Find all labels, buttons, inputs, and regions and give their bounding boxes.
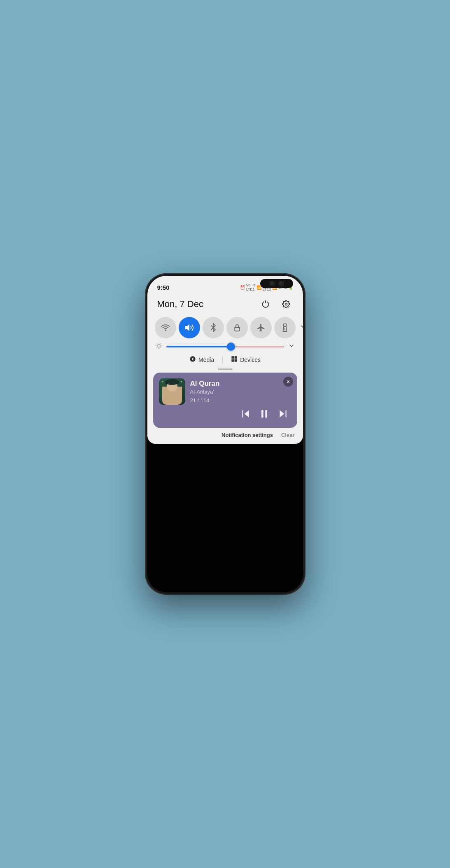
svg-point-0: [285, 303, 287, 305]
brightness-icon: [156, 343, 162, 351]
wifi-toggle[interactable]: [155, 317, 176, 338]
brightness-expand[interactable]: [288, 343, 295, 351]
brightness-slider[interactable]: [166, 346, 284, 347]
sound-toggle[interactable]: [179, 317, 200, 338]
status-time: 9:50: [157, 284, 170, 291]
svg-rect-17: [235, 356, 237, 359]
svg-line-9: [161, 347, 161, 348]
camera-lens-2: [278, 281, 284, 286]
screen-off-area: [147, 490, 303, 592]
media-button[interactable]: Media: [189, 356, 214, 364]
media-controls: [159, 408, 291, 422]
media-play-icon: [189, 356, 196, 364]
flashlight-toggle[interactable]: [274, 317, 296, 338]
pause-button[interactable]: [259, 408, 270, 422]
media-close-button[interactable]: [283, 377, 293, 387]
media-title: Al Quran: [190, 380, 291, 388]
svg-line-12: [156, 347, 157, 348]
media-thumbnail: ✦ ✦: [159, 378, 185, 405]
camera-lens-1: [269, 281, 275, 286]
quick-toggles-row: [147, 315, 303, 340]
svg-rect-3: [235, 327, 240, 331]
svg-rect-24: [261, 410, 263, 418]
bluetooth-toggle[interactable]: [203, 317, 224, 338]
devices-grid-icon: [231, 356, 238, 364]
media-subtitle: Al-Anbiya': [190, 389, 291, 395]
previous-button[interactable]: [240, 408, 251, 422]
notification-settings-button[interactable]: Notification settings: [222, 432, 273, 438]
power-button[interactable]: [259, 297, 273, 311]
clear-button[interactable]: Clear: [281, 432, 295, 438]
brightness-thumb[interactable]: [227, 343, 235, 351]
phone-device: 9:50 ⏰ VoI RLTE1 📶 VoI)LTE2 📶 67% 🔋 Mon,…: [145, 273, 305, 595]
media-card-header: ✦ ✦ Al Quran Al-Anbiya' 21 / 114: [159, 378, 291, 405]
svg-marker-22: [244, 410, 249, 417]
camera-area: [260, 279, 293, 288]
svg-marker-2: [185, 325, 189, 331]
settings-button[interactable]: [279, 297, 293, 311]
header-row: Mon, 7 Dec: [147, 294, 303, 315]
svg-line-8: [156, 344, 157, 344]
svg-point-1: [165, 330, 166, 331]
next-button[interactable]: [277, 408, 288, 422]
devices-label: Devices: [240, 357, 261, 363]
svg-point-5: [157, 345, 160, 347]
media-divider: [222, 357, 223, 363]
svg-rect-19: [235, 359, 237, 362]
screen-lock-toggle[interactable]: [226, 317, 248, 338]
drag-handle: [218, 368, 233, 370]
svg-marker-26: [280, 410, 284, 417]
media-track-info: 21 / 114: [190, 397, 291, 404]
media-devices-row: Media Devices: [147, 353, 303, 367]
devices-button[interactable]: Devices: [231, 356, 261, 364]
svg-rect-18: [232, 359, 234, 362]
alarm-icon: ⏰: [240, 285, 245, 290]
media-notification-card: ✦ ✦ Al Quran Al-Anbiya' 21 / 114: [153, 373, 297, 428]
svg-rect-25: [265, 410, 267, 418]
svg-line-13: [161, 344, 161, 344]
notification-panel: 9:50 ⏰ VoI RLTE1 📶 VoI)LTE2 📶 67% 🔋 Mon,…: [147, 276, 303, 444]
notification-actions: Notification settings Clear: [147, 428, 303, 440]
media-label: Media: [198, 357, 214, 363]
header-date: Mon, 7 Dec: [157, 299, 204, 310]
signal-info: VoI RLTE1: [246, 283, 255, 291]
header-actions: [259, 297, 293, 311]
toggles-expand-arrow[interactable]: [298, 321, 303, 334]
media-info: Al Quran Al-Anbiya' 21 / 114: [190, 380, 291, 404]
brightness-row: [147, 340, 303, 353]
phone-screen: 9:50 ⏰ VoI RLTE1 📶 VoI)LTE2 📶 67% 🔋 Mon,…: [147, 276, 303, 592]
svg-rect-16: [232, 356, 234, 359]
airplane-toggle[interactable]: [250, 317, 272, 338]
